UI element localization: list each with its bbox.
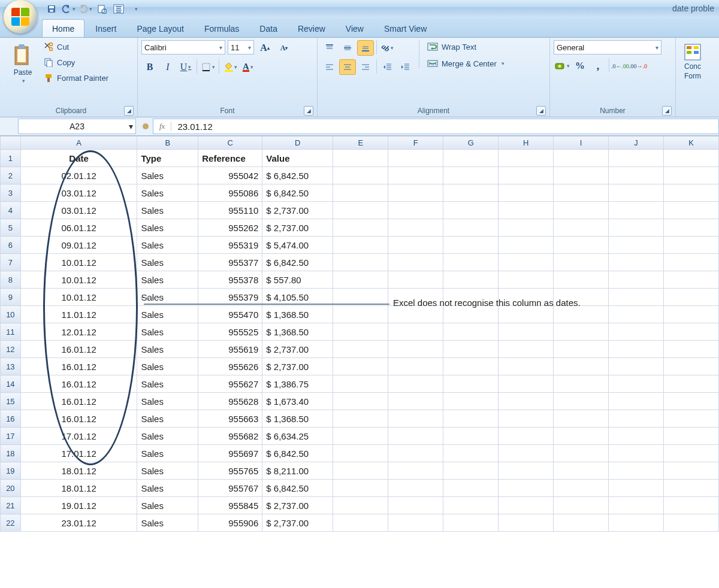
cell-val[interactable]: $ 2,737.00 [262,497,333,514]
cell[interactable] [609,254,664,271]
cell[interactable] [554,462,609,480]
cell[interactable] [333,254,388,271]
cell[interactable] [663,167,718,184]
cell[interactable] [609,480,664,497]
cell-date[interactable]: 03.01.12 [20,202,137,219]
cell-ref[interactable]: 955663 [198,410,262,428]
row-header-6[interactable]: 6 [1,237,21,254]
cell[interactable] [388,445,443,462]
cell[interactable] [554,271,609,289]
cell-ref[interactable]: 955470 [198,306,262,323]
cell[interactable] [609,375,664,393]
cell[interactable] [499,306,554,323]
cell[interactable] [388,167,443,184]
bold-button[interactable]: B [141,59,158,75]
cell-type[interactable]: Sales [137,497,198,514]
cell-date[interactable]: 10.01.12 [20,271,137,289]
column-header-B[interactable]: B [137,137,198,150]
row-header-10[interactable]: 10 [1,306,21,323]
cell[interactable] [499,445,554,462]
cell[interactable] [609,219,664,237]
cell-type[interactable]: Sales [137,480,198,497]
cell-date[interactable]: 10.01.12 [20,289,137,306]
cell[interactable] [499,254,554,271]
tab-home[interactable]: Home [42,19,84,37]
cell[interactable] [554,393,609,410]
wrap-text-button[interactable]: Wrap Text [424,40,507,53]
cell[interactable] [554,306,609,323]
row-header-5[interactable]: 5 [1,219,21,237]
cell[interactable] [499,410,554,428]
cell-date[interactable]: 10.01.12 [20,254,137,271]
cell-date[interactable]: 16.01.12 [20,375,137,393]
cell[interactable] [388,219,443,237]
cell-date[interactable]: 03.01.12 [20,184,137,202]
cell[interactable] [554,341,609,358]
cell[interactable] [443,428,499,445]
cell[interactable] [388,271,443,289]
cell[interactable] [443,167,499,184]
row-header-21[interactable]: 21 [1,497,21,514]
cell-ref[interactable]: 955767 [198,480,262,497]
cell[interactable] [554,184,609,202]
cell-date[interactable]: 16.01.12 [20,358,137,375]
cell-val[interactable]: $ 2,737.00 [262,358,333,375]
cell-val[interactable]: $ 1,368.50 [262,323,333,341]
cell-date[interactable]: 02.01.12 [20,167,137,184]
align-left-button[interactable] [321,59,338,75]
cell[interactable] [663,202,718,219]
cell-val[interactable]: $ 2,737.00 [262,341,333,358]
cell[interactable] [388,254,443,271]
cell[interactable] [443,480,499,497]
cell-type[interactable]: Sales [137,219,198,237]
cell[interactable] [663,219,718,237]
cell[interactable] [499,323,554,341]
column-header-J[interactable]: J [609,137,664,150]
font-color-button[interactable]: A▾ [240,59,256,75]
cell[interactable] [388,341,443,358]
cell[interactable] [609,410,664,428]
cell-ref[interactable]: 955262 [198,219,262,237]
row-header-14[interactable]: 14 [1,375,21,393]
cell-type[interactable]: Sales [137,462,198,480]
qat-centre-button[interactable] [111,2,126,16]
column-header-H[interactable]: H [499,137,554,150]
row-header-18[interactable]: 18 [1,445,21,462]
row-header-20[interactable]: 20 [1,480,21,497]
cell[interactable] [609,202,664,219]
align-center-button[interactable] [339,59,356,75]
percent-button[interactable]: % [572,58,588,74]
cell[interactable] [663,445,718,462]
cell[interactable] [609,306,664,323]
cell[interactable] [333,428,388,445]
cell-header-type[interactable]: Type [137,150,198,167]
cell-date[interactable]: 17.01.12 [20,428,137,445]
cell-val[interactable]: $ 6,842.50 [262,480,333,497]
cell[interactable] [554,375,609,393]
column-header-E[interactable]: E [333,137,388,150]
copy-button[interactable]: Copy [41,56,111,69]
cell[interactable] [663,462,718,480]
cell[interactable] [609,428,664,445]
row-header-19[interactable]: 19 [1,462,21,480]
cell[interactable] [499,514,554,532]
cell[interactable] [333,445,388,462]
cell[interactable] [443,341,499,358]
cell-date[interactable]: 06.01.12 [20,219,137,237]
cell-ref[interactable]: 955845 [198,497,262,514]
underline-button[interactable]: U▾ [177,59,194,75]
cell-ref[interactable]: 955626 [198,358,262,375]
cell[interactable] [554,428,609,445]
cell-val[interactable]: $ 6,842.50 [262,184,333,202]
cell[interactable] [663,237,718,254]
cell[interactable] [499,375,554,393]
cell-type[interactable]: Sales [137,393,198,410]
cell[interactable] [499,358,554,375]
cell-ref[interactable]: 955086 [198,184,262,202]
cell[interactable] [609,341,664,358]
cancel-formula-button[interactable] [141,122,153,131]
cell-ref[interactable]: 955110 [198,202,262,219]
cell[interactable] [663,410,718,428]
cell[interactable] [554,219,609,237]
cell-val[interactable]: $ 557.80 [262,271,333,289]
